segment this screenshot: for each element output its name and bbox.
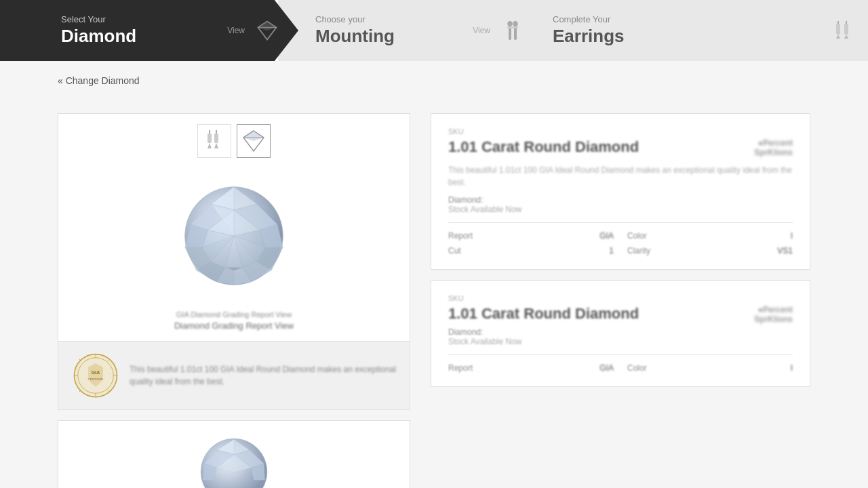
detail-divider-2 <box>448 354 793 355</box>
spec-cut-1: Cut 1 <box>448 246 614 256</box>
detail-divider-1 <box>448 222 793 223</box>
left-panel: GIA Diamond Grading Report View Diamond … <box>58 113 410 488</box>
svg-rect-17 <box>214 134 218 143</box>
step-choose-mounting[interactable]: Choose your Mounting View <box>278 0 536 61</box>
detail-sku-label-2: Diamond: <box>448 327 793 337</box>
mounting-step-icon <box>500 20 522 41</box>
detail-type-2: SKU <box>448 294 793 302</box>
svg-rect-4 <box>514 21 517 40</box>
svg-marker-19 <box>214 143 218 148</box>
svg-rect-16 <box>208 134 212 143</box>
svg-text:CERTIFIED: CERTIFIED <box>88 378 104 381</box>
diamond-gem-svg <box>176 178 292 293</box>
spec-color-2: Color I <box>627 363 793 373</box>
step3-top-label: Complete Your <box>553 14 833 24</box>
detail-specs-2: Report GIA Color I <box>448 363 793 373</box>
detail-price-badge-2: ●PercentSprKlions <box>754 305 793 324</box>
diamond-main-image <box>58 165 410 307</box>
detail-sku-label-1: Diamond: <box>448 195 793 205</box>
detail-description-1: This beautiful 1.01ct 100 GIA Ideal Roun… <box>448 164 793 188</box>
step2-view-link[interactable]: View <box>473 26 490 35</box>
detail-price-badge-1: ●PercentSprKlions <box>754 138 793 157</box>
diamond-step-icon <box>255 18 279 43</box>
spec-color-1: Color I <box>627 231 793 241</box>
detail-type-1: SKU <box>448 127 793 136</box>
earrings-thumbnail-icon <box>201 128 227 154</box>
diamond-detail-card-1: SKU 1.01 Carat Round Diamond ●PercentSpr… <box>431 113 810 270</box>
card-report-label: Diamond Grading Report View <box>58 321 410 341</box>
svg-marker-1 <box>258 22 277 31</box>
svg-marker-18 <box>208 143 212 148</box>
svg-rect-11 <box>844 24 848 35</box>
content-grid: GIA Diamond Grading Report View Diamond … <box>58 113 810 488</box>
svg-rect-10 <box>836 24 840 35</box>
progress-bar: Select Your Diamond View Choose your Mou… <box>0 0 868 61</box>
diamond-detail-card-2: SKU 1.01 Carat Round Diamond ●PercentSpr… <box>431 280 810 387</box>
step1-view-link[interactable]: View <box>227 26 245 35</box>
step-complete-earrings[interactable]: Complete Your Earrings <box>515 0 868 61</box>
svg-marker-12 <box>836 35 840 39</box>
gia-seal-icon: GIA CERTIFIED <box>72 352 119 399</box>
diamond-thumbnail-icon <box>241 128 267 154</box>
spec-report-2: Report GIA <box>448 363 614 373</box>
svg-text:GIA: GIA <box>92 370 100 375</box>
spec-clarity-1: Clarity VS1 <box>627 246 793 256</box>
detail-stock-2: Stock Available Now <box>448 337 793 346</box>
step1-top-label: Select Your <box>61 14 227 24</box>
diamond-card-2 <box>58 420 410 488</box>
detail-specs-1: Report GIA Color I Cut 1 Clarity VS1 <box>448 231 793 256</box>
step-select-diamond[interactable]: Select Your Diamond View <box>0 0 298 61</box>
detail-stock-1: Stock Available Now <box>448 205 793 214</box>
svg-marker-13 <box>844 35 848 39</box>
gia-section: GIA CERTIFIED This beautiful 1.01ct 100 … <box>58 342 410 410</box>
thumbnail-earrings[interactable] <box>197 124 231 158</box>
detail-title-2: 1.01 Carat Round Diamond ●PercentSprKlio… <box>448 305 793 324</box>
step2-title: Mounting <box>315 26 473 47</box>
diamond-gem-2-svg <box>183 434 285 488</box>
detail-title-1: 1.01 Carat Round Diamond ●PercentSprKlio… <box>448 138 793 157</box>
change-diamond-link[interactable]: « Change Diamond <box>58 75 140 86</box>
step1-title: Diamond <box>61 26 227 47</box>
spec-report-1: Report GIA <box>448 231 614 241</box>
svg-rect-5 <box>507 26 518 28</box>
step2-top-label: Choose your <box>315 14 473 24</box>
step3-title: Earrings <box>553 26 833 47</box>
thumbnail-diamond[interactable] <box>237 124 271 158</box>
right-panel: SKU 1.01 Carat Round Diamond ●PercentSpr… <box>431 113 810 488</box>
earrings-step-icon <box>833 20 854 41</box>
gia-description: This beautiful 1.01ct 100 GIA Ideal Roun… <box>130 363 396 388</box>
thumbnail-row <box>58 114 410 165</box>
svg-rect-3 <box>509 21 511 40</box>
main-content: « Change Diamond <box>0 61 868 488</box>
diamond-card-1: GIA Diamond Grading Report View Diamond … <box>58 113 410 342</box>
card-sku-label: GIA Diamond Grading Report View <box>58 307 410 321</box>
